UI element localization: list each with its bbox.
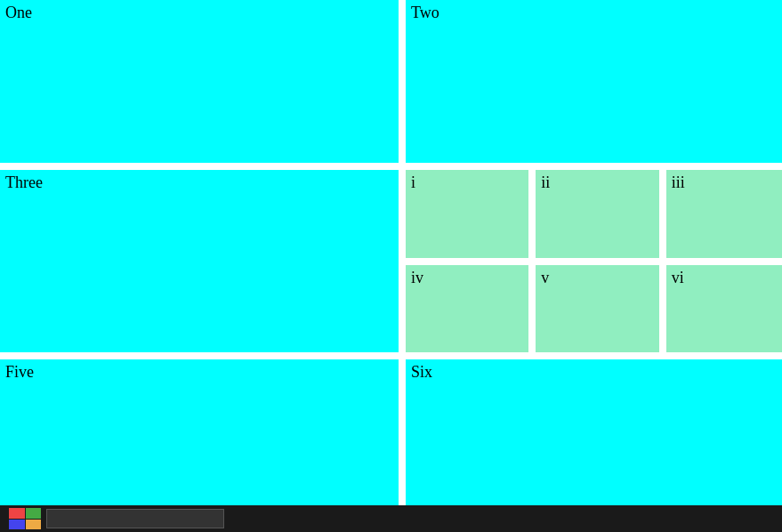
cell-six: Six bbox=[406, 359, 782, 512]
main-grid: One Two Three i ii iii iv v vi bbox=[0, 0, 782, 507]
cell-three: Three bbox=[0, 170, 399, 352]
cell-one: One bbox=[0, 0, 399, 163]
cell-one-label: One bbox=[5, 4, 32, 21]
nested-cell-i: i bbox=[406, 170, 528, 258]
cell-five-label: Five bbox=[5, 363, 34, 381]
nested-cell-v: v bbox=[536, 265, 658, 353]
nested-grid: i ii iii iv v vi bbox=[406, 170, 782, 352]
nested-cell-iii: iii bbox=[666, 170, 782, 258]
nested-cell-iv: iv bbox=[406, 265, 528, 353]
cell-four-nested-container: i ii iii iv v vi bbox=[406, 170, 782, 352]
cell-five: Five bbox=[0, 359, 399, 512]
taskbar-window-button[interactable] bbox=[46, 509, 224, 528]
taskbar bbox=[0, 505, 782, 532]
start-button[interactable] bbox=[9, 508, 41, 529]
nested-cell-ii: ii bbox=[536, 170, 658, 258]
cell-three-label: Three bbox=[5, 173, 43, 191]
nested-cell-vi: vi bbox=[666, 265, 782, 353]
cell-six-label: Six bbox=[411, 363, 432, 381]
cell-two-label: Two bbox=[411, 4, 439, 21]
cell-two: Two bbox=[406, 0, 782, 163]
